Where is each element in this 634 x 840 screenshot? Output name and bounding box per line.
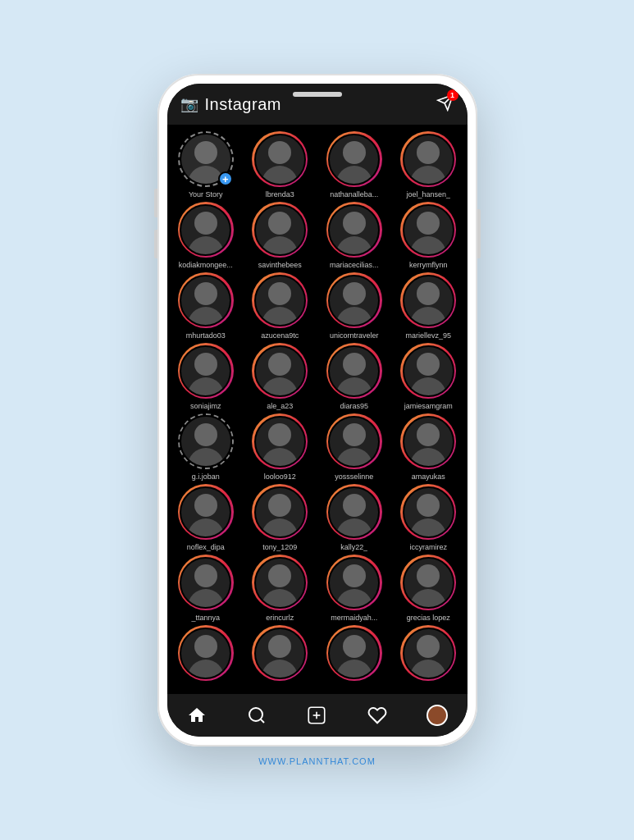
story-username: joel_hansen_ xyxy=(406,190,450,199)
story-avatar-wrapper xyxy=(178,272,234,328)
story-item[interactable]: g.i.joban xyxy=(171,413,242,481)
story-username: nathanalleba... xyxy=(330,190,378,199)
home-icon xyxy=(187,705,207,725)
story-username: mariacecilias... xyxy=(330,261,379,269)
story-avatar-wrapper xyxy=(252,131,308,187)
story-avatar-wrapper xyxy=(400,484,456,540)
story-username: iccyramirez xyxy=(409,543,447,551)
story-avatar-wrapper xyxy=(252,202,308,258)
svg-point-2 xyxy=(249,708,262,721)
heart-icon xyxy=(367,705,387,725)
story-avatar-wrapper xyxy=(400,202,456,258)
story-item[interactable]: tony_1209 xyxy=(244,484,316,551)
story-item[interactable] xyxy=(393,625,464,684)
story-item[interactable]: ale_a23 xyxy=(244,343,316,410)
story-item[interactable] xyxy=(244,625,316,684)
stories-grid: + Your Story lbrenda3 xyxy=(167,125,468,691)
phone-button-volume-down xyxy=(154,230,157,258)
bottom-nav xyxy=(167,694,468,737)
story-item[interactable]: _ttannya xyxy=(171,555,242,622)
story-item[interactable]: soniajimz xyxy=(171,343,242,410)
story-item[interactable]: azucena9tc xyxy=(244,272,316,340)
nav-add[interactable] xyxy=(299,702,335,728)
story-avatar-wrapper xyxy=(326,555,382,610)
story-item[interactable]: + Your Story xyxy=(171,131,242,199)
story-item[interactable]: noflex_dipa xyxy=(171,484,242,551)
story-item[interactable] xyxy=(171,625,242,684)
story-avatar-wrapper xyxy=(252,413,308,469)
notification-badge: 1 xyxy=(447,89,458,101)
story-item[interactable]: mhurtado03 xyxy=(171,272,242,340)
story-item[interactable]: iccyramirez xyxy=(393,484,464,551)
story-username: _ttannya xyxy=(191,614,220,622)
story-username: mariellevz_95 xyxy=(405,331,451,340)
svg-line-3 xyxy=(261,719,264,723)
story-username: g.i.joban xyxy=(192,472,220,481)
story-avatar-wrapper xyxy=(326,131,382,187)
story-item[interactable]: mariellevz_95 xyxy=(393,272,464,340)
story-username: kodiakmongee... xyxy=(179,261,233,269)
story-avatar-wrapper xyxy=(326,484,382,540)
story-avatar-wrapper xyxy=(326,202,382,258)
story-item[interactable]: yossselinne xyxy=(319,413,390,481)
story-username: jamiesamgram xyxy=(404,402,453,410)
story-avatar-wrapper xyxy=(326,625,382,681)
header-left: 📷 Instagram xyxy=(180,95,281,114)
story-username: grecias lopez xyxy=(407,614,450,622)
phone-button-volume-up xyxy=(154,189,157,217)
your-story-avatar: + xyxy=(178,131,234,187)
add-story-plus: + xyxy=(218,171,233,186)
story-item[interactable]: erincurlz xyxy=(244,555,316,622)
story-avatar-wrapper xyxy=(400,131,456,187)
story-item[interactable]: looloo912 xyxy=(244,413,316,481)
story-item[interactable]: kerrymflynn xyxy=(393,202,464,269)
story-username: mermaidyah... xyxy=(331,614,377,622)
story-item[interactable]: nathanalleba... xyxy=(319,131,390,199)
story-item[interactable]: mariacecilias... xyxy=(319,202,390,269)
story-username: soniajimz xyxy=(190,402,221,410)
stories-scroll-area[interactable]: + Your Story lbrenda3 xyxy=(167,125,468,694)
story-username: unicorntraveler xyxy=(330,331,379,340)
story-item[interactable]: lbrenda3 xyxy=(244,131,316,199)
story-avatar-wrapper xyxy=(178,555,234,610)
story-item[interactable]: grecias lopez xyxy=(393,555,464,622)
story-username: tony_1209 xyxy=(262,543,297,551)
story-item[interactable]: unicorntraveler xyxy=(319,272,390,340)
story-avatar-wrapper xyxy=(252,555,308,610)
story-item[interactable]: joel_hansen_ xyxy=(393,131,464,199)
story-username: azucena9tc xyxy=(261,331,299,340)
add-icon xyxy=(306,705,327,726)
story-username: yossselinne xyxy=(335,472,373,481)
profile-avatar xyxy=(426,705,448,726)
story-item[interactable] xyxy=(319,625,390,684)
nav-search[interactable] xyxy=(239,702,275,728)
story-item[interactable]: savinthebees xyxy=(244,202,316,269)
screen: 📷 Instagram 1 xyxy=(167,84,468,737)
phone-container: 📷 Instagram 1 xyxy=(157,74,477,746)
story-item[interactable]: kally22_ xyxy=(319,484,390,551)
story-item[interactable]: jamiesamgram xyxy=(393,343,464,410)
phone-speaker xyxy=(293,92,342,97)
search-icon xyxy=(247,705,267,725)
story-avatar-wrapper xyxy=(178,343,234,399)
story-item[interactable]: diaras95 xyxy=(319,343,390,410)
send-button[interactable]: 1 xyxy=(436,94,454,115)
nav-profile[interactable] xyxy=(419,702,455,728)
app-header: 📷 Instagram 1 xyxy=(167,84,468,125)
story-avatar-wrapper xyxy=(178,484,234,540)
phone-frame: 📷 Instagram 1 xyxy=(157,74,477,746)
story-item[interactable]: amayukas xyxy=(393,413,464,481)
story-avatar-wrapper xyxy=(178,202,234,258)
story-item[interactable]: kodiakmongee... xyxy=(171,202,242,269)
nav-home[interactable] xyxy=(179,702,215,728)
story-avatar-wrapper xyxy=(252,343,308,399)
story-avatar-wrapper xyxy=(252,625,308,681)
story-avatar-wrapper xyxy=(326,413,382,469)
story-username: lbrenda3 xyxy=(266,190,294,199)
story-avatar-wrapper xyxy=(178,413,234,469)
story-item[interactable]: mermaidyah... xyxy=(319,555,390,622)
story-avatar-wrapper xyxy=(400,555,456,610)
nav-heart[interactable] xyxy=(359,702,395,728)
story-avatar-wrapper xyxy=(400,272,456,328)
footer: WWW.PLANNTHAT.COM xyxy=(258,756,376,766)
